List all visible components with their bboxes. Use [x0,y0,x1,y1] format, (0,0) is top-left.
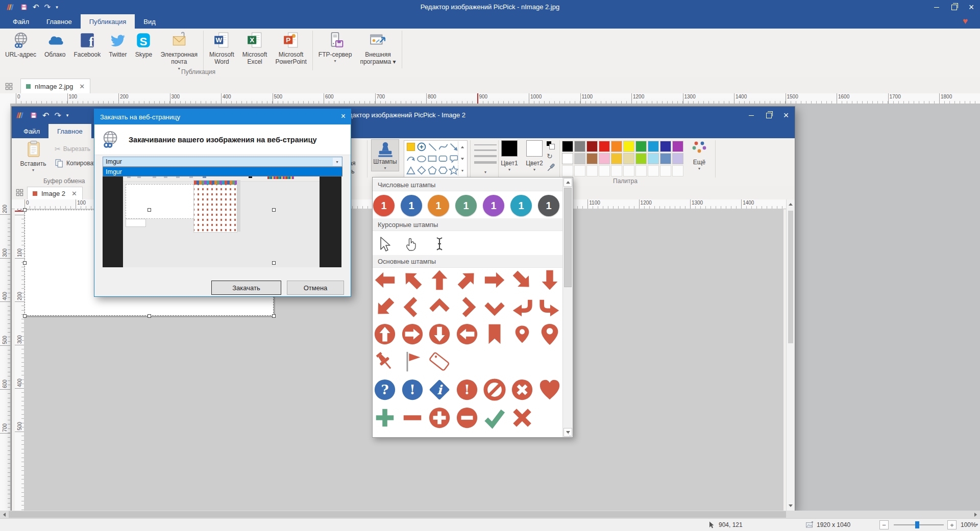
color2-button[interactable]: Цвет2 ▾ [526,140,543,172]
palette-color-swatch[interactable] [611,153,622,164]
palette-empty-swatch[interactable] [599,165,610,176]
selection-handle[interactable] [23,314,27,318]
stamps-panel-scrollbar[interactable] [562,178,573,437]
shape-curve-icon[interactable] [437,141,449,153]
selection-handle[interactable] [272,261,276,265]
line-width-dropdown-icon[interactable]: ▾ [474,170,497,174]
stamp-chevron-up[interactable] [428,295,451,319]
cancel-button[interactable]: Отмена [287,281,344,295]
selection-handle[interactable] [148,314,151,318]
stamp-map-pin[interactable] [538,322,561,346]
scroll-right-icon[interactable] [971,511,980,518]
document-tab-nimage[interactable]: nImage 2.jpg ✕ [20,79,90,94]
eyedropper-icon[interactable] [547,163,556,172]
publish-button-url[interactable]: URL-адрес [1,29,40,74]
stamps-button[interactable]: Штампы ▾ [371,139,399,171]
upload-service-combobox[interactable]: Imgur ▾ [103,157,342,167]
number-stamp[interactable]: 1 [538,195,559,216]
number-stamp[interactable]: 1 [401,195,422,216]
stamp-no-entry[interactable] [483,378,506,401]
shape-select-icon[interactable] [405,141,417,153]
publish-button-excel[interactable]: XMicrosoft Excel [238,29,272,74]
child-tab-главное[interactable]: Главное [48,124,91,138]
palette-color-swatch[interactable] [586,153,598,164]
stamp-circle-x[interactable] [510,378,534,401]
stamp-chevron-right[interactable] [455,295,479,319]
stamp-arrow-up[interactable] [428,268,451,292]
tab-вид[interactable]: Вид [135,14,164,29]
shapes-scroll-up-icon[interactable] [458,141,467,153]
stamp-x-red[interactable] [510,406,534,429]
zoom-out-button[interactable]: − [879,520,889,529]
palette-color-swatch[interactable] [635,153,647,164]
publish-button-skype[interactable]: SSkype [131,29,156,74]
scroll-left-icon[interactable] [0,511,9,518]
stamp-arrow-up-left[interactable] [401,268,424,292]
palette-empty-swatch[interactable] [623,165,634,176]
like-heart-icon[interactable]: ♥ [963,16,968,27]
close-tab-icon[interactable]: ✕ [79,83,85,90]
combobox-dropdown-icon[interactable]: ▾ [333,158,341,166]
selection-handle[interactable] [23,208,27,212]
stamp-arrow-up-right[interactable] [455,268,479,292]
palette-empty-swatch[interactable] [660,165,671,176]
close-button[interactable]: × [963,0,980,14]
dialog-close-icon[interactable]: × [341,112,346,121]
palette-color-swatch[interactable] [660,141,671,152]
stamp-circle-minus[interactable] [455,406,479,429]
publish-button-external-app[interactable]: Внешняя программа ▾ [356,29,400,74]
palette-color-swatch[interactable] [660,153,671,164]
shape-ellipse-icon[interactable] [416,153,428,165]
palette-color-swatch[interactable] [623,141,634,152]
stamp-minus-red[interactable] [401,406,424,429]
stamp-arrow-down[interactable] [538,268,561,292]
shapes-more-icon[interactable]: ▾ [458,165,467,176]
palette-color-swatch[interactable] [672,141,683,152]
palette-color-swatch[interactable] [599,141,610,152]
stamp-circle-question[interactable]: ? [373,378,397,401]
tab-файл[interactable]: Файл [4,14,38,29]
stamp-arrow-left[interactable] [373,268,397,292]
selection-handle[interactable] [272,208,276,212]
stamp-tag[interactable] [428,350,451,373]
publish-button-cloud[interactable]: Облако [40,29,69,74]
selection-handle[interactable] [23,261,27,265]
palette-color-swatch[interactable] [562,153,573,164]
stamp-chevron-down[interactable] [483,295,506,319]
stamp-circle-plus[interactable] [428,406,451,429]
stamp-bookmark[interactable] [483,322,506,346]
number-stamp[interactable]: 1 [373,195,395,216]
paste-button[interactable]: Вставить ▾ [15,140,52,172]
publish-button-twitter[interactable]: Twitter [105,29,131,74]
tab-grid-icon[interactable] [3,81,14,92]
publish-button-facebook[interactable]: fFacebook [69,29,105,74]
close-tab-icon[interactable]: ✕ [71,190,77,197]
arrow-cursor-icon[interactable] [375,236,391,252]
stamp-circle-exclaim-red[interactable]: ! [455,378,479,401]
palette-empty-swatch[interactable] [648,165,659,176]
hand-cursor-icon[interactable] [403,236,420,252]
document-tab-image2[interactable]: Image 2 ✕ [27,187,83,200]
combobox-item-imgur[interactable]: Imgur [103,167,342,176]
number-stamp[interactable]: 1 [510,195,532,216]
scroll-up-icon[interactable] [786,200,795,209]
palette-color-swatch[interactable] [599,153,610,164]
ibeam-cursor-icon[interactable] [431,236,448,252]
shape-curved-arrow-icon[interactable] [405,153,417,165]
restore-button[interactable] [945,0,963,14]
palette-color-swatch[interactable] [574,153,585,164]
selection-handle[interactable] [148,208,151,212]
scroll-down-icon[interactable] [786,501,795,510]
maximize-button[interactable] [760,108,777,122]
copy-button[interactable]: Копировать [55,159,100,168]
zoom-dropdown-icon[interactable]: ▾ [976,522,978,527]
child-vertical-scrollbar[interactable] [786,199,795,511]
swap-colors-icon[interactable]: ↻ [547,153,558,160]
scroll-up-icon[interactable] [564,178,572,187]
palette-empty-swatch[interactable] [586,165,598,176]
shape-line-icon[interactable] [427,141,438,153]
palette-empty-swatch[interactable] [672,165,683,176]
palette-color-swatch[interactable] [562,141,573,152]
palette-color-swatch[interactable] [635,141,647,152]
stamp-pushpin[interactable] [373,350,397,373]
